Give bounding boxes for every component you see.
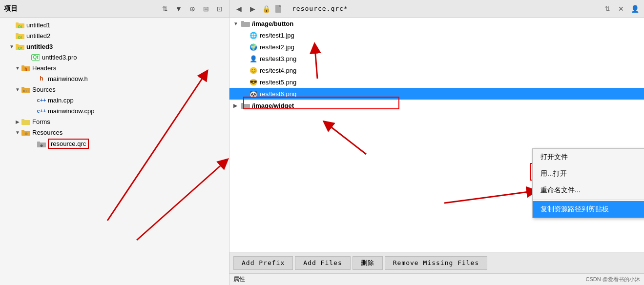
right-tree-item-test2[interactable]: 🌍 res/test2.jpg xyxy=(229,41,644,53)
tree-item-resources[interactable]: ▼ ⊕ Resources xyxy=(0,127,229,138)
svg-rect-14 xyxy=(21,87,24,89)
sort-button[interactable]: ⇅ xyxy=(160,3,170,14)
right-tree-item-test5[interactable]: 😎 res/test5.png xyxy=(229,76,644,88)
delete-button[interactable]: 删除 xyxy=(353,256,383,270)
context-menu-open-with[interactable]: 用...打开 ▶ xyxy=(533,165,644,182)
cpp-file-icon: c++ xyxy=(37,96,46,104)
folder-label: /image/button xyxy=(252,20,293,27)
back-button[interactable]: ◀ xyxy=(233,3,244,14)
expand-button[interactable]: ⊡ xyxy=(214,3,225,14)
split-button[interactable]: ⇅ xyxy=(602,3,613,14)
svg-text:C++: C++ xyxy=(22,89,29,93)
tree-item-forms[interactable]: ▶ Forms xyxy=(0,116,229,127)
h-file-icon: h xyxy=(37,74,46,83)
forward-button[interactable]: ▶ xyxy=(247,3,258,14)
svg-line-27 xyxy=(137,162,225,240)
tree-item-pro[interactable]: Qt untitled3.pro xyxy=(0,52,229,62)
status-bar: 属性 CSDN @爱看书的小沐 xyxy=(229,273,644,285)
qrc-icon: ⊕ xyxy=(37,140,46,148)
tree-item-untitled2[interactable]: Qt untitled2 xyxy=(0,30,229,41)
tree-item-main-cpp[interactable]: c++ main.cpp xyxy=(0,95,229,105)
tree-item-resource-qrc[interactable]: ⊕ resource.qrc xyxy=(0,138,229,150)
right-tree-item-test6[interactable]: 🐼 res/test6.png xyxy=(229,88,644,100)
right-tree-folder-image-widget[interactable]: ▶ /image/widget xyxy=(229,100,644,111)
user-button[interactable]: 👤 xyxy=(629,3,640,14)
file-icon xyxy=(274,4,283,13)
tree-label: mainwindow.cpp xyxy=(48,107,94,115)
tree-label: Resources xyxy=(32,129,62,136)
link-button[interactable]: ⊕ xyxy=(187,3,198,14)
bottom-toolbar: Add Prefix Add Files 删除 Remove Missing F… xyxy=(229,252,644,273)
file-label: res/test1.jpg xyxy=(260,32,294,39)
context-menu-rename-file[interactable]: 重命名文件... xyxy=(533,182,644,199)
folder-forms-icon xyxy=(21,117,30,126)
svg-line-38 xyxy=(444,191,532,203)
folder-label: /image/widget xyxy=(252,102,294,109)
folder-res-icon: ⊕ xyxy=(21,128,30,137)
context-menu-item-label: 复制资源路径到剪贴板 xyxy=(540,205,609,214)
tree-arrow-expanded: ▼ xyxy=(14,130,21,135)
close-button[interactable]: ✕ xyxy=(616,3,626,14)
img-globe-icon: 🌐 xyxy=(249,31,258,40)
tree-label: untitled3 xyxy=(26,43,53,50)
right-panel: ◀ ▶ 🔒 resource.qrc* ⇅ ✕ 👤 ▼ /image/butto… xyxy=(229,0,644,285)
tree-arrow-collapsed: ▶ xyxy=(14,119,21,124)
folder-qt-icon: Qt xyxy=(16,31,24,40)
svg-rect-22 xyxy=(37,142,40,143)
folder-h-icon: h xyxy=(21,63,30,72)
context-menu-divider xyxy=(533,200,644,200)
context-menu-item-label: 用...打开 xyxy=(540,169,567,178)
folder-qt-icon: Qt xyxy=(16,42,24,51)
filter-button[interactable]: ▼ xyxy=(173,3,184,14)
context-menu-item-label: 重命名文件... xyxy=(540,186,581,195)
res-folder-icon2 xyxy=(241,101,250,110)
file-label: res/test3.png xyxy=(260,55,296,62)
cpp-file-icon: c++ xyxy=(37,106,46,115)
tree-label: untitled3.pro xyxy=(42,54,77,61)
svg-rect-33 xyxy=(241,103,244,105)
tree-arrow-expanded: ▼ xyxy=(14,87,21,92)
add-prefix-button[interactable]: Add Prefix xyxy=(233,256,293,270)
right-tree-area: ▼ /image/button 🌐 res/test1.jpg 🌍 res/te… xyxy=(229,18,644,252)
tree-item-sources[interactable]: ▼ C++ Sources xyxy=(0,84,229,95)
right-tree-item-test1[interactable]: 🌐 res/test1.jpg xyxy=(229,29,644,41)
right-tree-folder-image-button[interactable]: ▼ /image/button xyxy=(229,18,644,29)
add-files-button[interactable]: Add Files xyxy=(295,256,350,270)
tree-item-headers[interactable]: ▼ h Headers xyxy=(0,62,229,73)
context-menu: 打开文件 用...打开 ▶ 重命名文件... 复制资源路径到剪贴板 xyxy=(532,148,644,218)
svg-rect-17 xyxy=(21,119,24,121)
remove-missing-button[interactable]: Remove Missing Files xyxy=(385,256,488,270)
add-button[interactable]: ⊞ xyxy=(201,3,211,14)
svg-rect-31 xyxy=(241,21,244,23)
svg-text:Qt: Qt xyxy=(18,24,22,28)
right-panel-title: resource.qrc* xyxy=(292,5,348,12)
svg-rect-11 xyxy=(21,65,24,67)
res-folder-icon xyxy=(241,19,250,28)
left-panel: 项目 ⇅ ▼ ⊕ ⊞ ⊡ Qt untitled1 Qt untitled2 xyxy=(0,0,229,285)
tree-item-untitled3[interactable]: ▼ Qt untitled3 xyxy=(0,41,229,52)
img-face2-icon: 😎 xyxy=(249,78,258,86)
tree-label: untitled1 xyxy=(26,21,50,29)
svg-text:h: h xyxy=(24,67,27,71)
tree-arrow-expanded: ▼ xyxy=(8,44,16,49)
tree-arrow-expanded: ▼ xyxy=(14,65,21,71)
right-tree-item-test3[interactable]: 👤 res/test3.png xyxy=(229,53,644,64)
file-label: res/test6.png xyxy=(260,90,296,98)
context-menu-open-file[interactable]: 打开文件 xyxy=(533,149,644,165)
right-tree-item-test4[interactable]: 😊 res/test4.png xyxy=(229,64,644,76)
img-face3-icon: 🐼 xyxy=(249,89,258,98)
tree-label: Headers xyxy=(32,64,56,72)
tree-item-mainwindow-h[interactable]: h mainwindow.h xyxy=(0,73,229,84)
tree-item-untitled1[interactable]: Qt untitled1 xyxy=(0,20,229,30)
tree-item-mainwindow-cpp[interactable]: c++ mainwindow.cpp xyxy=(0,105,229,116)
left-toolbar: 项目 ⇅ ▼ ⊕ ⊞ ⊡ xyxy=(0,0,229,18)
file-label: res/test2.jpg xyxy=(260,43,294,51)
lock-button[interactable]: 🔒 xyxy=(261,3,271,14)
context-menu-copy-path[interactable]: 复制资源路径到剪贴板 xyxy=(533,201,644,218)
svg-text:⊕: ⊕ xyxy=(24,132,28,136)
tree-label-qrc: resource.qrc xyxy=(51,140,86,147)
tree-label: mainwindow.h xyxy=(48,75,88,82)
file-label: res/test4.png xyxy=(260,67,296,74)
tree-label: untitled2 xyxy=(26,32,50,40)
tree-label: Forms xyxy=(32,118,50,125)
